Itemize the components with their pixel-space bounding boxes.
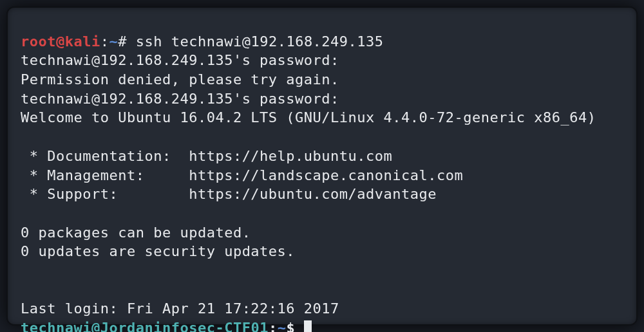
cursor-block[interactable] [304,320,312,332]
prompt2-user: technawi [21,320,91,332]
prompt-user: root [21,33,56,50]
management-line: * Management: https://landscape.canonica… [21,167,463,183]
packages-updated: 0 packages can be updated. [21,225,251,241]
welcome-banner: Welcome to Ubuntu 16.04.2 LTS (GNU/Linux… [21,109,596,125]
prompt2-dollar: $ [286,320,295,332]
password-prompt-1: technawi@192.168.249.135's password: [21,52,339,68]
prompt2-cwd: ~ [278,320,287,332]
support-line: * Support: https://ubuntu.com/advantage [21,186,437,202]
prompt-line-1: root@kali:~# ssh technawi@192.168.249.13… [21,33,384,50]
security-updates: 0 updates are security updates. [21,243,295,259]
prompt-cwd: ~ [109,33,118,50]
prompt-line-2: technawi@Jordaninfosec-CTF01:~$ [21,320,312,332]
documentation-line: * Documentation: https://help.ubuntu.com [21,148,392,164]
terminal-window[interactable]: root@kali:~# ssh technawi@192.168.249.13… [6,6,638,326]
last-login: Last login: Fri Apr 21 17:22:16 2017 [21,300,339,317]
prompt-at: @ [56,33,65,50]
prompt-hash: # [118,33,127,50]
ssh-command: ssh technawi@192.168.249.135 [136,33,384,50]
prompt-sep: : [100,33,109,50]
password-prompt-2: technawi@192.168.249.135's password: [21,91,339,107]
prompt-host: kali [65,33,100,50]
permission-denied: Permission denied, please try again. [21,71,339,88]
prompt2-sep: : [269,320,278,332]
prompt2-at: @ [91,320,100,332]
prompt2-host: Jordaninfosec-CTF01 [100,320,269,332]
